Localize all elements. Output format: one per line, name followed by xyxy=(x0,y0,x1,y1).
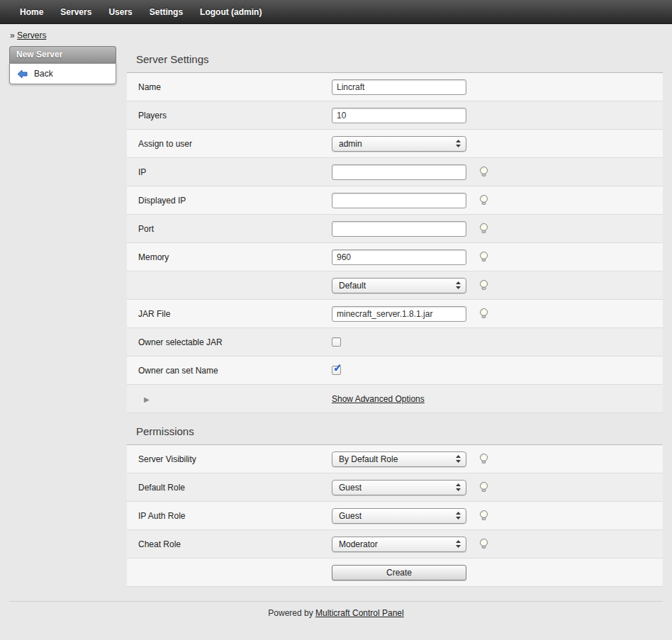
powered-by-text: Powered by xyxy=(268,608,315,618)
owner-selectable-jar-label: Owner selectable JAR xyxy=(138,337,332,347)
cheat-role-value: Moderator xyxy=(339,539,378,549)
form-row-owner-selectable-jar: Owner selectable JAR ✓ xyxy=(127,328,663,357)
select-stepper-icon xyxy=(455,539,461,549)
cheat-role-hint-bulb-icon[interactable] xyxy=(478,538,490,550)
form-row-players: Players xyxy=(127,101,663,130)
assign-to-user-value: admin xyxy=(339,139,362,149)
default-role-value: Guest xyxy=(339,483,362,493)
form-row-displayed-ip: Displayed IP xyxy=(127,186,663,215)
sidebar-back-button[interactable]: Back xyxy=(10,67,116,81)
cheat-role-label: Cheat Role xyxy=(138,539,332,549)
form-row-jar-file: JAR File xyxy=(127,300,663,328)
owner-can-set-name-checkbox[interactable]: ✓ xyxy=(332,366,341,375)
displayed-ip-input[interactable] xyxy=(332,193,466,208)
nav-home[interactable]: Home xyxy=(11,1,52,23)
back-arrow-icon xyxy=(17,69,28,79)
port-input[interactable] xyxy=(332,221,466,237)
breadcrumb-servers-link[interactable]: Servers xyxy=(17,30,46,40)
port-hint-bulb-icon[interactable] xyxy=(478,223,490,235)
server-visibility-hint-bulb-icon[interactable] xyxy=(478,453,490,465)
top-nav: Home Servers Users Settings Logout (admi… xyxy=(0,0,672,24)
memory-input[interactable] xyxy=(332,249,466,265)
nav-settings[interactable]: Settings xyxy=(141,1,191,23)
ip-input[interactable] xyxy=(332,164,466,180)
jar-file-input[interactable] xyxy=(332,306,466,322)
form-row-advanced-options: ▶ Show Advanced Options xyxy=(127,385,663,413)
default-role-hint-bulb-icon[interactable] xyxy=(478,481,490,493)
jar-file-label: JAR File xyxy=(138,309,332,319)
permissions-form: Server Visibility By Default Role Defaul… xyxy=(127,445,663,587)
breadcrumb: » Servers xyxy=(0,24,672,45)
sidebar-back-label: Back xyxy=(34,69,53,79)
owner-can-set-name-label: Owner can set Name xyxy=(138,366,332,376)
sidebar-title: New Server xyxy=(9,46,116,63)
displayed-ip-label: Displayed IP xyxy=(138,196,332,206)
assign-to-user-select[interactable]: admin xyxy=(332,136,466,152)
displayed-ip-hint-bulb-icon[interactable] xyxy=(478,194,490,206)
form-row-port: Port xyxy=(127,215,663,243)
form-row-server-visibility: Server Visibility By Default Role xyxy=(127,445,663,473)
port-label: Port xyxy=(138,224,332,234)
show-advanced-options-link[interactable]: Show Advanced Options xyxy=(332,394,425,404)
ip-auth-role-value: Guest xyxy=(339,511,362,521)
form-row-cheat-role: Cheat Role Moderator xyxy=(127,530,663,558)
ip-auth-role-select[interactable]: Guest xyxy=(332,508,466,524)
default-role-label: Default Role xyxy=(138,483,332,493)
assign-to-user-label: Assign to user xyxy=(138,139,332,149)
sidebar: New Server Back xyxy=(9,46,116,84)
nav-logout[interactable]: Logout (admin) xyxy=(191,1,270,23)
cheat-role-select[interactable]: Moderator xyxy=(332,537,466,552)
ip-label: IP xyxy=(138,167,332,177)
select-stepper-icon xyxy=(455,454,461,464)
nav-servers[interactable]: Servers xyxy=(52,1,100,23)
section-title-permissions: Permissions xyxy=(127,425,663,445)
form-row-default-role: Default Role Guest xyxy=(127,473,663,502)
form-row-memory: Memory xyxy=(127,243,663,271)
form-row-assign-to-user: Assign to user admin xyxy=(127,130,663,158)
footer: Powered by Multicraft Control Panel xyxy=(9,601,663,618)
nav-users[interactable]: Users xyxy=(100,1,140,23)
server-visibility-value: By Default Role xyxy=(339,454,398,464)
memory-preset-select[interactable]: Default xyxy=(332,278,466,293)
ip-auth-role-label: IP Auth Role xyxy=(138,511,332,521)
select-stepper-icon xyxy=(455,511,461,520)
multicraft-control-panel-link[interactable]: Multicraft Control Panel xyxy=(315,608,404,618)
form-row-ip-auth-role: IP Auth Role Guest xyxy=(127,502,663,530)
create-button[interactable]: Create xyxy=(332,565,466,580)
ip-auth-role-hint-bulb-icon[interactable] xyxy=(478,510,490,522)
players-label: Players xyxy=(138,111,332,120)
form-row-memory-preset: Default xyxy=(127,271,663,300)
main-content: Server Settings Name Players Assign to u… xyxy=(127,45,663,587)
default-role-select[interactable]: Guest xyxy=(332,480,466,495)
disclosure-triangle-icon: ▶ xyxy=(138,395,150,403)
memory-preset-value: Default xyxy=(339,281,366,291)
name-input[interactable] xyxy=(332,79,466,95)
checkmark-icon: ✓ xyxy=(333,361,342,374)
server-settings-form: Name Players Assign to user admin xyxy=(127,73,663,413)
players-input[interactable] xyxy=(332,108,466,123)
name-label: Name xyxy=(138,82,332,92)
memory-hint-bulb-icon[interactable] xyxy=(478,251,490,263)
jar-file-hint-bulb-icon[interactable] xyxy=(478,308,490,320)
form-row-owner-can-set-name: Owner can set Name ✓ xyxy=(127,357,663,385)
advanced-disclosure[interactable]: ▶ xyxy=(138,394,332,404)
form-row-create: Create xyxy=(127,558,663,587)
ip-hint-bulb-icon[interactable] xyxy=(478,166,490,178)
server-visibility-label: Server Visibility xyxy=(138,454,332,464)
form-row-name: Name xyxy=(127,73,663,101)
section-title-server-settings: Server Settings xyxy=(127,53,663,73)
breadcrumb-prefix: » xyxy=(10,30,15,40)
select-stepper-icon xyxy=(455,281,461,290)
form-row-ip: IP xyxy=(127,158,663,186)
sidebar-body: Back xyxy=(9,63,116,84)
memory-label: Memory xyxy=(138,252,332,262)
owner-selectable-jar-checkbox[interactable]: ✓ xyxy=(332,337,341,347)
select-stepper-icon xyxy=(455,139,461,148)
server-visibility-select[interactable]: By Default Role xyxy=(332,451,466,467)
memory-preset-hint-bulb-icon[interactable] xyxy=(478,279,490,291)
select-stepper-icon xyxy=(455,483,461,492)
